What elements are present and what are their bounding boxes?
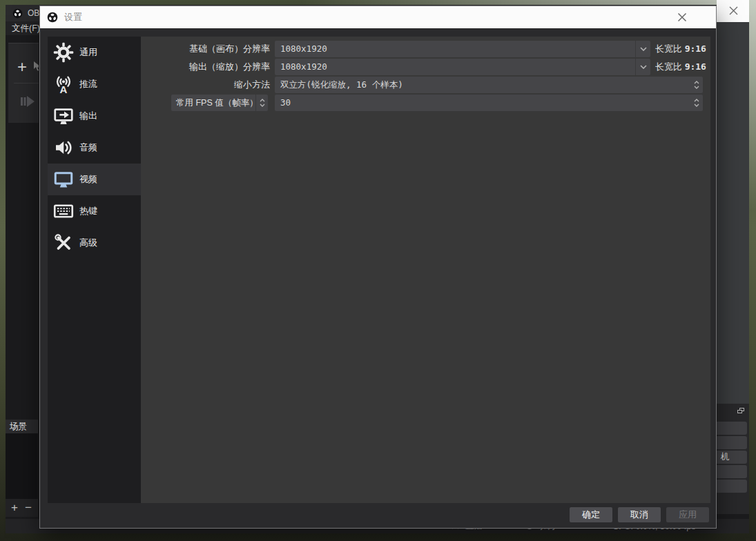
spinner-icons[interactable] bbox=[690, 95, 703, 111]
cancel-button[interactable]: 取消 bbox=[618, 507, 661, 522]
sidebar-item-label: 高级 bbox=[79, 237, 97, 249]
fps-value-combobox[interactable]: 30 bbox=[275, 95, 703, 111]
tools-icon bbox=[48, 233, 79, 253]
desktop: { "background": { "obs_title": "OBS", "m… bbox=[0, 0, 756, 541]
chevron-down-icon[interactable] bbox=[635, 41, 650, 57]
background-window-content bbox=[717, 22, 749, 404]
virtualcam-button[interactable]: 机 bbox=[717, 451, 747, 464]
output-resolution-label: 输出（缩放）分辨率 bbox=[141, 59, 270, 75]
settings-dialog-title: 设置 bbox=[64, 11, 82, 23]
base-resolution-row: 基础（画布）分辨率 1080x1920 长宽比 9:16 bbox=[141, 41, 710, 57]
background-window-close-icon[interactable] bbox=[728, 6, 739, 16]
apply-button[interactable]: 应用 bbox=[666, 507, 709, 522]
sidebar-item-output[interactable]: 输出 bbox=[48, 100, 141, 132]
settings-titlebar: 设置 bbox=[40, 6, 716, 28]
svg-text:A: A bbox=[60, 83, 68, 95]
chevron-down-icon[interactable] bbox=[635, 59, 650, 75]
toolbar-divider bbox=[14, 83, 39, 83]
sidebar-item-label: 输出 bbox=[79, 110, 97, 122]
output-resolution-combobox[interactable]: 1080x1920 bbox=[275, 59, 650, 75]
scenes-list[interactable] bbox=[6, 433, 38, 499]
sidebar-item-label: 视频 bbox=[79, 173, 97, 186]
ok-button[interactable]: 确定 bbox=[570, 507, 612, 522]
downscale-filter-combobox[interactable]: 双立方(锐化缩放, 16 个样本) bbox=[275, 77, 703, 93]
add-source-icon[interactable]: + bbox=[17, 59, 27, 75]
base-aspect-ratio: 长宽比 9:16 bbox=[655, 41, 706, 57]
background-window-strip: 机 bbox=[717, 0, 749, 533]
controls-button-5[interactable] bbox=[717, 480, 747, 493]
downscale-filter-label: 缩小方法 bbox=[141, 77, 270, 93]
obs-logo-icon bbox=[47, 12, 58, 23]
controls-button-2[interactable] bbox=[717, 436, 747, 449]
settings-sidebar: 通用 A 推流 bbox=[48, 37, 141, 503]
scenes-dock-title: 场景 bbox=[10, 421, 27, 433]
obs-logo-icon bbox=[12, 8, 23, 19]
output-aspect-ratio: 长宽比 9:16 bbox=[655, 59, 706, 75]
broadcast-icon: A bbox=[48, 74, 79, 95]
fps-type-combobox[interactable]: 常用 FPS 值（帧率） bbox=[171, 95, 268, 111]
background-window-titlebar bbox=[717, 0, 749, 22]
video-settings-pane: 基础（画布）分辨率 1080x1920 长宽比 9:16 输出（缩放）分辨率 1… bbox=[141, 37, 710, 503]
sidebar-item-label: 音频 bbox=[79, 141, 97, 154]
settings-dialog: 设置 bbox=[39, 6, 717, 529]
dock-float-icon[interactable] bbox=[737, 408, 744, 413]
sidebar-item-label: 通用 bbox=[79, 46, 97, 59]
remove-scene-button[interactable]: − bbox=[25, 501, 32, 515]
speaker-icon bbox=[48, 137, 79, 158]
add-scene-button[interactable]: + bbox=[11, 501, 18, 515]
sidebar-item-hotkeys[interactable]: 热键 bbox=[48, 195, 141, 227]
sidebar-item-audio[interactable]: 音频 bbox=[48, 132, 141, 164]
base-resolution-combobox[interactable]: 1080x1920 bbox=[275, 41, 650, 57]
settings-close-icon[interactable] bbox=[677, 12, 688, 23]
sidebar-item-advanced[interactable]: 高级 bbox=[48, 227, 141, 259]
sidebar-item-stream[interactable]: A 推流 bbox=[48, 68, 141, 100]
sidebar-item-video[interactable]: 视频 bbox=[48, 164, 141, 195]
controls-button-1[interactable] bbox=[717, 422, 747, 435]
spinner-icons[interactable] bbox=[690, 77, 703, 93]
base-resolution-label: 基础（画布）分辨率 bbox=[141, 41, 270, 57]
sidebar-item-label: 推流 bbox=[79, 78, 97, 90]
sidebar-item-general[interactable]: 通用 bbox=[48, 37, 141, 68]
move-source-icon[interactable] bbox=[21, 95, 36, 108]
spinner-icons[interactable] bbox=[255, 95, 268, 111]
monitor-icon bbox=[48, 169, 79, 190]
controls-dock-fragment: 机 bbox=[717, 404, 749, 514]
fps-row: 常用 FPS 值（帧率） 30 bbox=[141, 95, 710, 111]
scenes-dock-toolbar: + − bbox=[6, 499, 38, 517]
downscale-filter-row: 缩小方法 双立方(锐化缩放, 16 个样本) bbox=[141, 77, 710, 93]
controls-button-4[interactable] bbox=[717, 465, 747, 478]
cursor-icon bbox=[33, 61, 39, 71]
gear-icon bbox=[48, 42, 79, 63]
sidebar-item-label: 热键 bbox=[79, 205, 97, 217]
output-resolution-row: 输出（缩放）分辨率 1080x1920 长宽比 9:16 bbox=[141, 59, 710, 75]
scenes-dock-header: 场景 bbox=[6, 420, 38, 433]
sources-toolbar-fragment: + bbox=[8, 43, 39, 123]
monitor-arrow-icon bbox=[48, 106, 79, 126]
keyboard-icon bbox=[48, 201, 79, 222]
